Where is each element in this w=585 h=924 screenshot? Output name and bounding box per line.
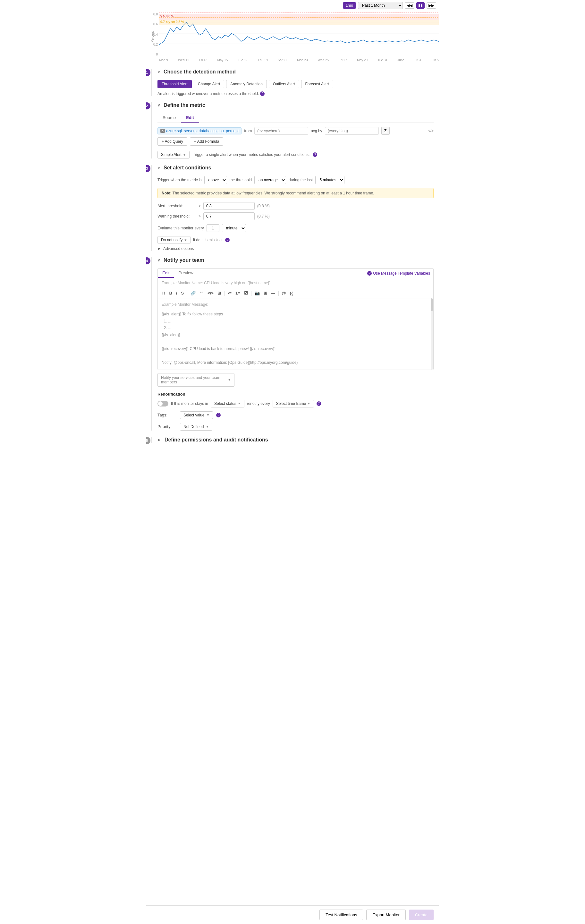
section-3: 3 ∨ Set alert conditions Trigger when th…	[152, 165, 433, 251]
renotify-help-icon[interactable]: ?	[316, 401, 321, 406]
alert-threshold-input[interactable]	[203, 202, 255, 210]
editor-scrollbar[interactable]	[431, 299, 433, 370]
missing-help-icon[interactable]: ?	[225, 238, 230, 242]
toolbar-variable[interactable]: {{	[288, 290, 295, 296]
tags-dropdown[interactable]: Select value ▼	[180, 411, 213, 419]
time-1mo-btn[interactable]: 1mo	[343, 2, 356, 9]
time-range-select[interactable]: Past 1 Month	[358, 2, 403, 9]
step-1-circle: 1	[146, 69, 150, 76]
step-4-circle: 4	[146, 257, 150, 264]
code-btn[interactable]: </>	[428, 129, 433, 133]
section-3-chevron: ∨	[158, 165, 160, 170]
toolbar-sep-4	[278, 291, 279, 296]
metric-name: azure.sql_servers_databases.cpu_percent	[166, 129, 239, 133]
editor-toolbar: H B I S 🔗 “” </> ⊞ •≡ 1≡ ☑ 📷 ⊞ — @ {{	[158, 288, 433, 299]
toolbar-b[interactable]: B	[168, 290, 173, 296]
section-3-header[interactable]: ∨ Set alert conditions	[158, 165, 433, 171]
evaluate-unit-select[interactable]: minute	[222, 224, 246, 232]
section-1-header[interactable]: ∨ Choose the detection method	[158, 69, 433, 75]
tab-edit[interactable]: Edit	[181, 113, 199, 122]
toolbar-sep-2	[224, 291, 224, 296]
section-2-header[interactable]: ∨ Define the metric	[158, 102, 433, 108]
editor-body[interactable]: Example Monitor Message: {{#is_alert}} T…	[158, 299, 433, 370]
section-4-header[interactable]: ∨ Notify your team	[158, 257, 433, 263]
section-5-chevron: ►	[158, 437, 161, 442]
evaluate-num-input[interactable]	[206, 224, 219, 232]
toolbar-i[interactable]: I	[175, 290, 179, 296]
from-label: from	[244, 129, 252, 133]
toolbar-ol[interactable]: 1≡	[234, 290, 242, 296]
section-5-header[interactable]: ► Define permissions and audit notificat…	[158, 437, 433, 443]
alert-threshold-label: Alert threshold:	[158, 204, 196, 208]
tags-label: Tags:	[158, 412, 177, 417]
step-3-circle: 3	[146, 165, 150, 172]
toolbar-code[interactable]: </>	[206, 290, 215, 296]
tags-row: Tags: Select value ▼ ?	[158, 411, 433, 419]
editor-tab-preview[interactable]: Preview	[174, 269, 198, 278]
method-anomaly[interactable]: Anomaly Detection	[226, 80, 267, 88]
avg-input[interactable]	[325, 127, 379, 135]
tags-help-icon[interactable]: ?	[216, 413, 221, 417]
sigma-btn[interactable]: Σ	[381, 127, 390, 135]
timeframe-placeholder: Select time frame	[276, 401, 306, 406]
tab-source[interactable]: Source	[158, 113, 181, 122]
toolbar-grid[interactable]: ⊞	[262, 290, 269, 296]
toolbar-link[interactable]: 🔗	[189, 290, 197, 296]
section-2-title: Define the metric	[163, 102, 205, 108]
warning-threshold-input[interactable]	[203, 213, 255, 220]
on-average-select[interactable]: on average	[254, 176, 286, 184]
detection-methods: Threshold Alert Change Alert Anomaly Det…	[158, 80, 433, 88]
warning-threshold-label: Warning threshold:	[158, 214, 196, 218]
toolbar-mention[interactable]: @	[281, 290, 287, 296]
add-query-btn[interactable]: Add Query	[158, 137, 187, 146]
section-3-title: Set alert conditions	[163, 165, 211, 171]
avg-label: avg by	[311, 129, 322, 133]
prev-btn[interactable]: ◀◀	[405, 2, 414, 9]
method-threshold[interactable]: Threshold Alert	[158, 80, 192, 88]
method-outliers[interactable]: Outliers Alert	[269, 80, 299, 88]
advanced-label: Advanced options	[163, 246, 194, 251]
add-formula-btn[interactable]: Add Formula	[190, 137, 223, 146]
toolbar-check[interactable]: ☑	[243, 290, 249, 296]
during-label: during the last	[288, 178, 313, 182]
toggle-label: If this monitor stays in	[171, 401, 208, 406]
renotify-label: renotify every	[247, 401, 270, 406]
toolbar-table[interactable]: ⊞	[216, 290, 222, 296]
alert-type-dropdown[interactable]: Simple Alert ▼	[158, 151, 190, 158]
priority-dropdown[interactable]: Not Defined ▼	[180, 423, 212, 431]
toolbar-ul[interactable]: •≡	[226, 290, 233, 296]
duration-select[interactable]: 5 minutes	[315, 176, 344, 184]
toolbar-h[interactable]: H	[161, 290, 166, 296]
x-axis: Mon 9 Wed 11 Fri 13 May 15 Tue 17 Thu 19…	[159, 58, 439, 62]
toolbar-s[interactable]: S	[180, 290, 185, 296]
add-btns: Add Query Add Formula	[158, 137, 433, 146]
renotify-toggle[interactable]	[158, 401, 168, 406]
renotification-title: Renotification	[158, 392, 433, 396]
use-template-link[interactable]: ? Use Message Template Variables	[364, 269, 433, 277]
timeframe-dropdown[interactable]: Select time frame ▼	[273, 400, 314, 408]
toolbar-sep-1	[187, 291, 187, 296]
status-dropdown[interactable]: Select status ▼	[211, 400, 244, 408]
from-input[interactable]	[254, 127, 308, 135]
next-btn[interactable]: ▶▶	[427, 2, 436, 9]
editor-subject[interactable]: Example Monitor Name: CPU load is very h…	[158, 278, 433, 288]
warning-label: 0.7 < y <= 0.8 %	[160, 20, 184, 24]
toolbar-image[interactable]: 📷	[253, 290, 261, 296]
renotification-row: If this monitor stays in Select status ▼…	[158, 400, 433, 408]
editor-tab-edit[interactable]: Edit	[158, 269, 174, 278]
pause-btn[interactable]: ▮▮	[416, 2, 425, 9]
notify-dropdown[interactable]: Notify your services and your team membe…	[158, 373, 234, 387]
missing-dropdown[interactable]: Do not notify ▼	[158, 236, 191, 244]
editor-tabs: Edit Preview ? Use Message Template Vari…	[158, 269, 433, 278]
above-select[interactable]: above	[204, 176, 227, 184]
section-2-chevron: ∨	[158, 103, 160, 107]
method-forecast[interactable]: Forecast Alert	[301, 80, 333, 88]
priority-row: Priority: Not Defined ▼	[158, 423, 433, 431]
method-change[interactable]: Change Alert	[194, 80, 224, 88]
advanced-row[interactable]: ► Advanced options	[158, 246, 433, 251]
detection-help-icon[interactable]: ?	[260, 91, 265, 96]
toolbar-hr[interactable]: —	[270, 290, 277, 296]
toolbar-quote[interactable]: “”	[198, 290, 205, 296]
alert-type-help-icon[interactable]: ?	[313, 152, 317, 157]
editor-body-content[interactable]: {{#is_alert}} To fix follow these steps …	[161, 311, 430, 366]
